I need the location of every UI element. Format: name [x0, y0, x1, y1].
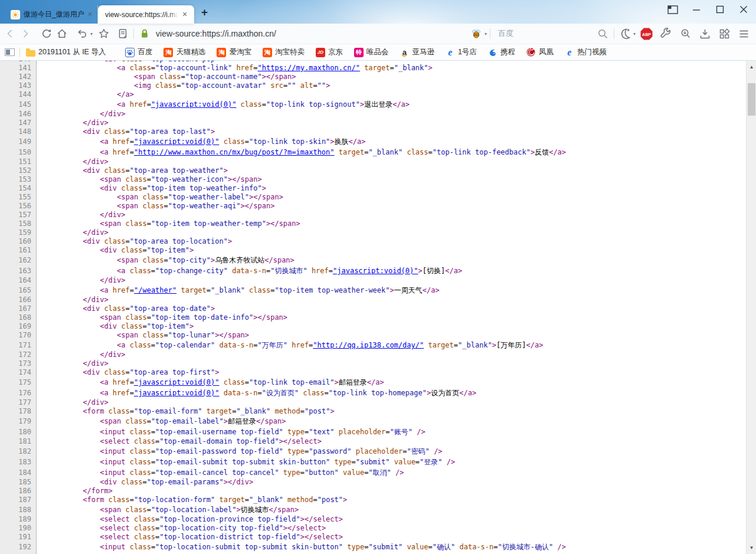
search-engine-bee-icon[interactable]	[469, 26, 484, 41]
source-line-157: 157 </div>	[0, 211, 756, 219]
source-hyperlink[interactable]: "http://qq.ip138.com/day/"	[313, 341, 424, 349]
favorites-star-icon[interactable]	[96, 26, 112, 41]
line-number: 171	[0, 340, 37, 350]
bookmark-aitaobao[interactable]: 淘 爱淘宝	[217, 47, 251, 57]
split-panel-icon[interactable]	[665, 3, 680, 16]
adblock-abp-icon[interactable]: ABP	[639, 26, 654, 41]
tab-close-icon[interactable]: ×	[179, 9, 190, 20]
download-icon[interactable]	[697, 26, 712, 41]
extensions-grid-icon[interactable]	[716, 26, 732, 41]
vertical-scrollbar[interactable]: ▲ ▼	[746, 61, 756, 554]
line-code: <span class="top-city">乌鲁木齐牧试站</span>	[37, 255, 294, 265]
source-hyperlink[interactable]: "javascript:void(0)"	[151, 100, 237, 109]
line-number: 162	[0, 255, 37, 265]
source-hyperlink[interactable]: "javascript:void(0)"	[134, 137, 220, 146]
night-mode-caret-icon[interactable]: ▾	[633, 31, 636, 37]
bookmark-yhd[interactable]: e 1号店	[446, 47, 477, 57]
new-tab-button[interactable]: +	[194, 4, 208, 24]
bookmark-baidu[interactable]: 百度	[125, 47, 152, 57]
source-hyperlink[interactable]: "https://my.maxthon.cn/"	[258, 64, 360, 72]
source-line-182: 182 <input class="top-email-password top…	[0, 446, 756, 457]
night-mode-moon-icon[interactable]	[617, 26, 633, 41]
line-number: 146	[0, 110, 37, 119]
forward-icon[interactable]	[18, 26, 33, 41]
search-box[interactable]: ▾ 百度	[469, 26, 611, 41]
undo-dropdown-caret-icon[interactable]: ▾	[90, 31, 93, 37]
url-text[interactable]: view-source:https://i.maxthon.cn/	[156, 29, 276, 38]
amazon-icon: a	[400, 48, 409, 57]
line-code: </div>	[37, 398, 109, 407]
source-line-147: 147 </div>	[0, 119, 756, 127]
close-button[interactable]	[736, 3, 751, 16]
line-number: 174	[0, 368, 37, 377]
source-hyperlink[interactable]: "javascript:void(0)"	[134, 389, 220, 397]
bookmarks-bar: 20191101 从 IE 导入 百度 淘 天猫精选 淘 爱淘宝 淘 淘宝特卖 …	[0, 44, 756, 61]
line-number: 183	[0, 457, 37, 467]
bookmark-ctrip[interactable]: 携程	[488, 47, 515, 57]
scroll-up-arrow-icon[interactable]: ▲	[747, 62, 756, 72]
scrollbar-thumb[interactable]	[748, 83, 755, 116]
bookmark-folder-ie-import[interactable]: 20191101 从 IE 导入	[26, 47, 106, 57]
main-menu-icon[interactable]	[736, 26, 751, 41]
source-line-164: 164 </div>	[0, 276, 756, 285]
back-icon[interactable]	[2, 26, 18, 41]
line-number: 190	[0, 524, 37, 533]
line-code: </a>	[37, 90, 134, 99]
tab-title: view-source:https://i.maxtho	[105, 11, 178, 19]
wrench-tools-icon[interactable]	[658, 26, 673, 41]
source-line-148: 148 <div class="top-area top-last">	[0, 127, 756, 136]
scroll-down-arrow-icon[interactable]: ▼	[747, 543, 756, 553]
search-engine-caret-icon[interactable]: ▾	[485, 31, 487, 37]
maximize-button[interactable]	[712, 3, 728, 16]
source-line-187: 187 <form class="top-location-form" targ…	[0, 496, 756, 504]
source-hyperlink[interactable]: "javascript:void(0)"	[134, 378, 220, 386]
source-line-173: 173 </div>	[0, 359, 756, 368]
line-number: 158	[0, 219, 37, 228]
source-line-153: 153 <span class="top-weather-icon"></spa…	[0, 175, 756, 184]
undo-icon[interactable]	[74, 26, 90, 41]
reader-mode-icon[interactable]	[115, 26, 130, 41]
line-code: <select class="top-email-domain top-fiel…	[37, 437, 322, 446]
tab-close-icon[interactable]: ×	[85, 9, 95, 20]
bookmark-phoenix[interactable]: 凤凰	[526, 47, 554, 57]
line-code: </div>	[37, 110, 126, 119]
line-code: <a href="http://www.maxthon.cn/mx/bug/po…	[37, 147, 566, 158]
taobao-icon: 淘	[263, 48, 272, 57]
line-code: <input class="top-location-submit top-su…	[37, 542, 566, 552]
bookmark-hot-videos[interactable]: e 热门视频	[565, 47, 607, 57]
bookmark-taobao-temai[interactable]: 淘 淘宝特卖	[263, 47, 305, 57]
source-line-145: 145 <a href="javascript:void(0)" class="…	[0, 99, 756, 110]
source-line-176: 176 <a href="javascript:void(0)" data-s-…	[0, 388, 756, 398]
search-input[interactable]: 百度	[498, 28, 595, 39]
source-hyperlink[interactable]: "/weather"	[134, 286, 176, 294]
bookmark-vip[interactable]: 特 唯品会	[354, 47, 389, 57]
home-icon[interactable]	[54, 26, 70, 41]
minimize-button[interactable]	[689, 3, 704, 16]
source-line-172: 172 </div>	[0, 350, 756, 359]
refresh-icon[interactable]	[39, 26, 54, 41]
screen-capture-icon[interactable]	[678, 26, 693, 41]
line-code: </div>	[37, 276, 126, 285]
bookmark-jd[interactable]: JD 京东	[316, 47, 343, 57]
source-line-144: 144 </a>	[0, 90, 756, 99]
line-code: </div>	[37, 211, 126, 219]
vip-icon: 特	[354, 48, 364, 57]
source-hyperlink[interactable]: "javascript:void(0)"	[333, 267, 418, 275]
bookmarks-sidebar-toggle-icon[interactable]	[5, 48, 15, 56]
line-number: 157	[0, 211, 37, 219]
tab-maxthon-today[interactable]: 傲游今日_傲游用户专属的网 ×	[6, 5, 98, 24]
line-code: </div>	[37, 296, 109, 304]
source-line-181: 181 <select class="top-email-domain top-…	[0, 437, 756, 446]
source-lines: 140 <div class="top-account-pop">141 <a …	[0, 61, 756, 552]
line-number: 143	[0, 81, 37, 90]
tab-view-source[interactable]: view-source:https://i.maxtho ×	[98, 5, 194, 24]
bookmark-tmall[interactable]: 淘 天猫精选	[163, 47, 205, 57]
line-number: 191	[0, 533, 37, 542]
source-line-179: 179 <span class="top-email-label">邮箱登录</…	[0, 416, 756, 427]
line-code: <input class="top-email-cancel top-cance…	[37, 467, 404, 478]
source-hyperlink[interactable]: "http://www.maxthon.cn/mx/bug/post/?m=im…	[134, 148, 335, 156]
bookmark-amazon[interactable]: a 亚马逊	[400, 47, 434, 57]
search-magnifier-icon[interactable]	[595, 26, 611, 41]
titlebar: 傲游今日_傲游用户专属的网 × view-source:https://i.ma…	[0, 0, 756, 24]
https-lock-icon[interactable]	[137, 26, 152, 41]
